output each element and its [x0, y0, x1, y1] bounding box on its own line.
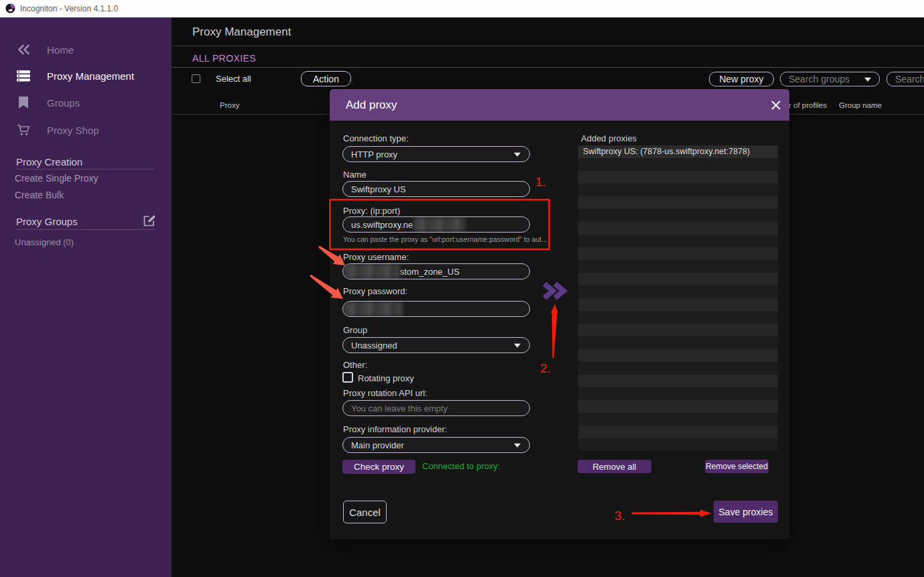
- group-select[interactable]: Unassigned: [342, 337, 530, 353]
- added-proxy-row[interactable]: Swiftproxy US: (7878-us.swiftproxy.net:7…: [578, 145, 778, 158]
- chevron-down-icon: [514, 444, 521, 448]
- sidebar-item-home[interactable]: Home: [0, 38, 172, 61]
- close-icon[interactable]: [771, 100, 781, 111]
- added-proxy-row[interactable]: [578, 158, 778, 171]
- connection-type-select[interactable]: HTTP proxy: [342, 146, 530, 162]
- added-proxies-label: Added proxies: [581, 133, 637, 143]
- remove-all-button[interactable]: Remove all: [578, 460, 651, 473]
- sidebar-link-create-bulk[interactable]: Create Bulk: [15, 190, 64, 200]
- added-proxy-row[interactable]: [578, 273, 778, 285]
- add-proxy-modal: Add proxy Connection type: HTTP proxy Na…: [330, 89, 789, 539]
- sidebar-group-unassigned[interactable]: Unassigned (0): [15, 237, 74, 247]
- name-label: Name: [343, 170, 367, 180]
- sidebar-section-proxy-creation: Proxy Creation: [16, 156, 82, 168]
- new-proxy-button[interactable]: New proxy: [709, 72, 774, 86]
- search-groups-select[interactable]: Search groups: [780, 72, 880, 86]
- table-header-group-name: Group name: [839, 101, 882, 109]
- cancel-button[interactable]: Cancel: [343, 501, 387, 523]
- added-proxy-row[interactable]: [578, 311, 778, 324]
- added-proxy-row[interactable]: [578, 349, 778, 362]
- sidebar-item-proxy-shop[interactable]: Proxy Shop: [0, 119, 172, 141]
- provider-select[interactable]: Main provider: [342, 437, 530, 453]
- proxy-ipport-value: us.swiftproxy.ne: [351, 220, 413, 230]
- added-proxy-row[interactable]: [578, 298, 778, 311]
- rotation-api-label: Proxy rotation API url:: [343, 388, 427, 398]
- sidebar-item-label: Proxy Management: [47, 70, 134, 82]
- added-proxy-row[interactable]: [578, 438, 778, 451]
- search-groups-value: Search groups: [789, 74, 850, 84]
- chevron-down-icon: [514, 344, 521, 348]
- modal-title: Add proxy: [346, 99, 397, 112]
- edit-groups-icon[interactable]: [143, 214, 156, 227]
- window-title: Incogniton - Version 4.1.1.0: [20, 4, 118, 13]
- sidebar-item-proxy-management[interactable]: Proxy Management: [0, 64, 172, 87]
- proxy-ipport-input[interactable]: us.swiftproxy.ne: [342, 216, 530, 233]
- added-proxy-row[interactable]: [578, 209, 778, 222]
- chevron-down-icon: [864, 78, 871, 82]
- table-header-number-of-profiles: r of profiles: [789, 101, 827, 109]
- proxy-password-input[interactable]: [342, 301, 530, 317]
- table-header-proxy: Proxy: [220, 101, 239, 109]
- username-value-suffix: stom_zone_US: [400, 267, 460, 277]
- servers-icon: [17, 69, 30, 82]
- added-proxy-row[interactable]: [578, 184, 778, 196]
- search-tags-value: Search ta: [895, 74, 924, 84]
- bookmark-icon: [17, 96, 30, 109]
- page-title: Proxy Management: [192, 25, 291, 39]
- check-proxy-button[interactable]: Check proxy: [342, 460, 415, 474]
- name-input[interactable]: Swiftproxy US: [342, 181, 530, 197]
- redacted-proxy-host: [413, 218, 466, 231]
- chevron-down-icon: [514, 153, 521, 157]
- rotation-api-input[interactable]: [342, 400, 530, 416]
- added-proxies-list[interactable]: Swiftproxy US: (7878-us.swiftproxy.net:7…: [578, 145, 778, 451]
- added-proxy-row[interactable]: [578, 196, 778, 209]
- added-proxy-row[interactable]: [578, 285, 778, 298]
- divider: [172, 67, 924, 68]
- sidebar-item-label: Home: [47, 44, 74, 56]
- redacted-username: [344, 264, 400, 279]
- added-proxy-row[interactable]: [578, 375, 778, 387]
- app-window: Incogniton - Version 4.1.1.0 Home: [0, 0, 924, 577]
- group-label: Group: [343, 325, 367, 335]
- divider: [15, 229, 155, 230]
- collapse-sidebar-icon[interactable]: [17, 43, 30, 56]
- incogniton-logo-icon: [5, 3, 15, 13]
- provider-value: Main provider: [351, 440, 404, 450]
- select-all-checkbox[interactable]: [192, 74, 200, 83]
- sidebar-section-proxy-groups: Proxy Groups: [16, 216, 78, 227]
- window-titlebar: Incogniton - Version 4.1.1.0: [0, 0, 924, 17]
- divider: [15, 169, 155, 170]
- added-proxy-row[interactable]: [578, 171, 778, 184]
- added-proxy-row[interactable]: [578, 336, 778, 349]
- rotating-proxy-label: Rotating proxy: [358, 373, 414, 383]
- added-proxy-row[interactable]: [578, 235, 778, 247]
- proxy-helper-text: You can paste the proxy as "url:port:use…: [343, 235, 547, 243]
- added-proxy-row[interactable]: [578, 413, 778, 426]
- proxy-username-input[interactable]: stom_zone_US: [342, 263, 530, 279]
- cart-icon: [17, 123, 30, 137]
- other-label: Other:: [343, 360, 367, 370]
- search-tags-input[interactable]: Search ta: [886, 72, 924, 86]
- sidebar-link-create-single-proxy[interactable]: Create Single Proxy: [15, 173, 98, 184]
- added-proxy-row[interactable]: [578, 324, 778, 336]
- added-proxy-row[interactable]: [578, 247, 778, 260]
- added-proxy-row[interactable]: [578, 387, 778, 400]
- proxy-ipport-label: Proxy: (ip:port): [343, 206, 400, 216]
- sidebar-item-label: Groups: [47, 97, 80, 109]
- added-proxy-row[interactable]: [578, 400, 778, 413]
- added-proxy-row[interactable]: [578, 222, 778, 235]
- connection-type-value: HTTP proxy: [351, 149, 397, 159]
- divider: [172, 46, 924, 46]
- save-proxies-button[interactable]: Save proxies: [714, 501, 778, 523]
- action-button[interactable]: Action: [301, 71, 351, 86]
- remove-selected-button[interactable]: Remove selected: [705, 460, 769, 473]
- sidebar-item-groups[interactable]: Groups: [0, 91, 172, 114]
- check-proxy-status: Connected to proxy:: [422, 461, 500, 471]
- added-proxy-row[interactable]: [578, 426, 778, 438]
- rotation-api-text-input[interactable]: [351, 403, 521, 413]
- rotating-proxy-checkbox[interactable]: [342, 372, 353, 383]
- added-proxy-row[interactable]: [578, 260, 778, 273]
- select-all-label: Select all: [216, 74, 251, 84]
- modal-header: Add proxy: [330, 89, 789, 121]
- added-proxy-row[interactable]: [578, 362, 778, 375]
